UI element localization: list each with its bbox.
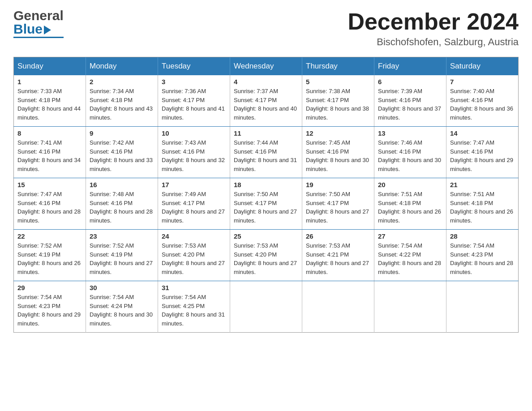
calendar-day-cell: 23Sunrise: 7:52 AMSunset: 4:19 PMDayligh… [86, 230, 158, 281]
day-number: 3 [162, 78, 226, 86]
day-info: Sunrise: 7:40 AMSunset: 4:16 PMDaylight:… [450, 87, 515, 122]
day-number: 23 [90, 232, 154, 240]
calendar-day-cell: 31Sunrise: 7:54 AMSunset: 4:25 PMDayligh… [158, 281, 230, 333]
calendar-day-cell: 12Sunrise: 7:45 AMSunset: 4:16 PMDayligh… [302, 127, 374, 178]
day-info: Sunrise: 7:54 AMSunset: 4:22 PMDaylight:… [378, 241, 442, 276]
day-number: 22 [17, 232, 82, 240]
calendar-day-cell: 10Sunrise: 7:43 AMSunset: 4:16 PMDayligh… [158, 127, 230, 178]
calendar-week-row: 8Sunrise: 7:41 AMSunset: 4:16 PMDaylight… [14, 127, 519, 178]
calendar-week-row: 29Sunrise: 7:54 AMSunset: 4:23 PMDayligh… [14, 281, 519, 333]
calendar-day-cell [230, 281, 302, 333]
weekday-header-sunday: Sunday [14, 57, 86, 76]
calendar-day-cell: 14Sunrise: 7:47 AMSunset: 4:16 PMDayligh… [446, 127, 519, 178]
calendar-day-cell: 30Sunrise: 7:54 AMSunset: 4:24 PMDayligh… [86, 281, 158, 333]
calendar-day-cell: 20Sunrise: 7:51 AMSunset: 4:18 PMDayligh… [374, 178, 446, 230]
calendar-day-cell: 5Sunrise: 7:38 AMSunset: 4:17 PMDaylight… [302, 75, 374, 127]
day-number: 9 [90, 129, 154, 137]
day-number: 29 [17, 284, 82, 291]
calendar-day-cell: 6Sunrise: 7:39 AMSunset: 4:16 PMDaylight… [374, 75, 446, 127]
day-info: Sunrise: 7:47 AMSunset: 4:16 PMDaylight:… [450, 138, 515, 173]
day-info: Sunrise: 7:33 AMSunset: 4:18 PMDaylight:… [17, 87, 82, 122]
day-number: 10 [162, 129, 226, 137]
day-number: 28 [450, 232, 515, 240]
day-number: 26 [306, 232, 370, 240]
calendar-day-cell: 8Sunrise: 7:41 AMSunset: 4:16 PMDaylight… [14, 127, 86, 178]
day-number: 27 [378, 232, 442, 240]
logo-arrow-icon [44, 26, 51, 34]
calendar-day-cell: 18Sunrise: 7:50 AMSunset: 4:17 PMDayligh… [230, 178, 302, 230]
calendar-day-cell [302, 281, 374, 333]
day-number: 14 [450, 129, 515, 137]
day-info: Sunrise: 7:50 AMSunset: 4:17 PMDaylight:… [306, 190, 370, 225]
day-number: 2 [90, 78, 154, 86]
day-info: Sunrise: 7:48 AMSunset: 4:16 PMDaylight:… [90, 190, 154, 225]
title-area: December 2024 Bischofshofen, Salzburg, A… [348, 9, 519, 48]
day-info: Sunrise: 7:54 AMSunset: 4:23 PMDaylight:… [17, 293, 82, 328]
day-number: 21 [450, 181, 515, 188]
calendar-table: SundayMondayTuesdayWednesdayThursdayFrid… [13, 57, 519, 333]
day-info: Sunrise: 7:37 AMSunset: 4:17 PMDaylight:… [234, 87, 298, 122]
day-info: Sunrise: 7:53 AMSunset: 4:20 PMDaylight:… [162, 241, 226, 276]
day-info: Sunrise: 7:43 AMSunset: 4:16 PMDaylight:… [162, 138, 226, 173]
calendar-day-cell: 2Sunrise: 7:34 AMSunset: 4:18 PMDaylight… [86, 75, 158, 127]
day-number: 19 [306, 181, 370, 188]
calendar-day-cell: 24Sunrise: 7:53 AMSunset: 4:20 PMDayligh… [158, 230, 230, 281]
day-info: Sunrise: 7:53 AMSunset: 4:20 PMDaylight:… [234, 241, 298, 276]
day-number: 1 [17, 78, 82, 86]
weekday-header-wednesday: Wednesday [230, 57, 302, 76]
calendar-day-cell: 9Sunrise: 7:42 AMSunset: 4:16 PMDaylight… [86, 127, 158, 178]
day-number: 30 [90, 284, 154, 291]
logo-underline [13, 37, 64, 38]
day-number: 31 [162, 284, 226, 291]
day-info: Sunrise: 7:34 AMSunset: 4:18 PMDaylight:… [90, 87, 154, 122]
weekday-header-row: SundayMondayTuesdayWednesdayThursdayFrid… [14, 57, 519, 76]
calendar-day-cell: 29Sunrise: 7:54 AMSunset: 4:23 PMDayligh… [14, 281, 86, 333]
day-number: 15 [17, 181, 82, 188]
logo-blue: Blue [13, 22, 43, 36]
calendar-day-cell [446, 281, 519, 333]
weekday-header-monday: Monday [86, 57, 158, 76]
calendar-day-cell: 17Sunrise: 7:49 AMSunset: 4:17 PMDayligh… [158, 178, 230, 230]
calendar-week-row: 1Sunrise: 7:33 AMSunset: 4:18 PMDaylight… [14, 75, 519, 127]
calendar-day-cell: 19Sunrise: 7:50 AMSunset: 4:17 PMDayligh… [302, 178, 374, 230]
day-number: 5 [306, 78, 370, 86]
location-title: Bischofshofen, Salzburg, Austria [348, 36, 519, 48]
weekday-header-friday: Friday [374, 57, 446, 76]
day-info: Sunrise: 7:49 AMSunset: 4:17 PMDaylight:… [162, 190, 226, 225]
calendar-day-cell: 21Sunrise: 7:51 AMSunset: 4:18 PMDayligh… [446, 178, 519, 230]
calendar-day-cell: 26Sunrise: 7:53 AMSunset: 4:21 PMDayligh… [302, 230, 374, 281]
day-number: 6 [378, 78, 442, 86]
calendar-day-cell [374, 281, 446, 333]
day-info: Sunrise: 7:47 AMSunset: 4:16 PMDaylight:… [17, 190, 82, 225]
weekday-header-tuesday: Tuesday [158, 57, 230, 76]
calendar-day-cell: 1Sunrise: 7:33 AMSunset: 4:18 PMDaylight… [14, 75, 86, 127]
calendar-day-cell: 25Sunrise: 7:53 AMSunset: 4:20 PMDayligh… [230, 230, 302, 281]
day-info: Sunrise: 7:50 AMSunset: 4:17 PMDaylight:… [234, 190, 298, 225]
day-number: 25 [234, 232, 298, 240]
day-info: Sunrise: 7:53 AMSunset: 4:21 PMDaylight:… [306, 241, 370, 276]
day-info: Sunrise: 7:52 AMSunset: 4:19 PMDaylight:… [17, 241, 82, 276]
day-info: Sunrise: 7:51 AMSunset: 4:18 PMDaylight:… [378, 190, 442, 225]
month-title: December 2024 [348, 9, 519, 34]
day-number: 24 [162, 232, 226, 240]
logo-general: General [13, 9, 64, 22]
day-number: 8 [17, 129, 82, 137]
day-info: Sunrise: 7:54 AMSunset: 4:25 PMDaylight:… [162, 293, 226, 328]
calendar-day-cell: 11Sunrise: 7:44 AMSunset: 4:16 PMDayligh… [230, 127, 302, 178]
day-info: Sunrise: 7:52 AMSunset: 4:19 PMDaylight:… [90, 241, 154, 276]
day-number: 17 [162, 181, 226, 188]
day-info: Sunrise: 7:38 AMSunset: 4:17 PMDaylight:… [306, 87, 370, 122]
calendar-day-cell: 15Sunrise: 7:47 AMSunset: 4:16 PMDayligh… [14, 178, 86, 230]
calendar-day-cell: 22Sunrise: 7:52 AMSunset: 4:19 PMDayligh… [14, 230, 86, 281]
day-info: Sunrise: 7:54 AMSunset: 4:23 PMDaylight:… [450, 241, 515, 276]
logo: General Blue [13, 9, 64, 38]
day-number: 11 [234, 129, 298, 137]
calendar-day-cell: 13Sunrise: 7:46 AMSunset: 4:16 PMDayligh… [374, 127, 446, 178]
day-info: Sunrise: 7:45 AMSunset: 4:16 PMDaylight:… [306, 138, 370, 173]
page-header: General Blue December 2024 Bischofshofen… [13, 9, 519, 48]
day-number: 7 [450, 78, 515, 86]
day-info: Sunrise: 7:41 AMSunset: 4:16 PMDaylight:… [17, 138, 82, 173]
day-info: Sunrise: 7:44 AMSunset: 4:16 PMDaylight:… [234, 138, 298, 173]
day-number: 18 [234, 181, 298, 188]
calendar-day-cell: 27Sunrise: 7:54 AMSunset: 4:22 PMDayligh… [374, 230, 446, 281]
